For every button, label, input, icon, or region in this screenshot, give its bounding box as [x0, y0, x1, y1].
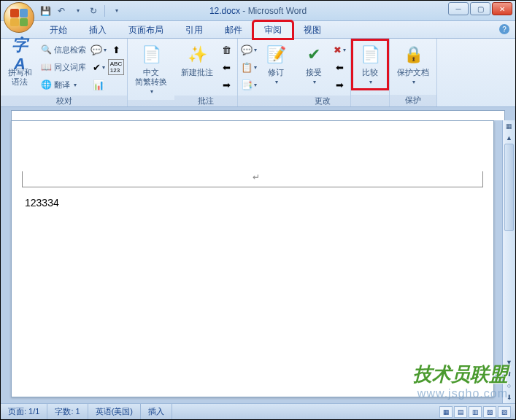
- browse-object-icon[interactable]: ○: [503, 380, 515, 392]
- close-button[interactable]: ✕: [492, 2, 512, 15]
- reject-icon[interactable]: ✖: [331, 42, 347, 58]
- status-mode[interactable]: 插入: [141, 404, 172, 419]
- app-name: Microsoft Word: [248, 6, 307, 16]
- research-icon: 🔍: [40, 44, 52, 55]
- statusbar: 页面: 1/1 字数: 1 英语(美国) 插入 ▦ ▤ ▥ ▧ ▨: [1, 403, 515, 419]
- group-protect-label: 保护: [390, 95, 436, 106]
- tab-mail[interactable]: 邮件: [214, 21, 253, 39]
- next-page-icon[interactable]: ⬇: [503, 392, 515, 403]
- track-icon: 📝: [264, 43, 288, 66]
- tab-view[interactable]: 视图: [293, 21, 332, 39]
- tab-layout[interactable]: 页面布局: [118, 21, 174, 39]
- translate-button[interactable]: 🌐翻译: [37, 77, 89, 93]
- thesaurus-button[interactable]: 📖同义词库: [37, 59, 89, 75]
- protect-button[interactable]: 🔒 保护文档: [393, 42, 434, 88]
- group-protect: 🔒 保护文档 保护: [390, 39, 437, 106]
- cn-convert-button[interactable]: 📄 中文 简繁转换: [131, 42, 172, 97]
- window-title: 12.docx - Microsoft Word: [209, 6, 307, 16]
- next-change-icon[interactable]: ➡: [331, 77, 347, 93]
- group-changes-label: 更改: [295, 96, 350, 106]
- tab-references[interactable]: 引用: [174, 21, 214, 39]
- balloons-icon[interactable]: 💬: [241, 42, 257, 58]
- tab-start[interactable]: 开始: [39, 21, 78, 39]
- track-changes-button[interactable]: 📝 修订: [260, 42, 292, 88]
- status-page[interactable]: 页面: 1/1: [1, 404, 47, 419]
- ruler-area: [1, 107, 515, 122]
- update-ime-icon[interactable]: ⬆: [108, 42, 124, 58]
- group-comments: ✨ 新建批注 🗑 ⬅ ➡ 批注: [174, 39, 238, 106]
- ribbon-tabs: 开始 插入 页面布局 引用 邮件 审阅 视图 ?: [1, 21, 515, 39]
- document-area: ↵ 123334 ▦ ▲ ▼ ⬆ ○ ⬇: [1, 120, 515, 403]
- group-compare: 📄 比较: [351, 39, 390, 106]
- reviewing-pane-icon[interactable]: 📑: [241, 77, 257, 93]
- scroll-down-icon[interactable]: ▼: [503, 357, 515, 368]
- new-comment-button[interactable]: ✨ 新建批注: [177, 42, 217, 79]
- markup-icon[interactable]: 📋: [241, 59, 257, 75]
- group-proofing-label: 校对: [1, 96, 127, 106]
- word-count-icon[interactable]: 📊: [91, 77, 107, 93]
- abc-icon[interactable]: ABC123: [108, 59, 124, 75]
- new-comment-icon: ✨: [185, 43, 209, 66]
- draft-view-icon[interactable]: ▨: [498, 406, 511, 418]
- group-changes: ✔ 接受 ✖ ⬅ ➡ 更改: [295, 39, 351, 106]
- thesaurus-icon: 📖: [40, 61, 52, 73]
- delete-comment-icon[interactable]: 🗑: [218, 42, 234, 58]
- scroll-thumb[interactable]: [504, 144, 514, 231]
- compare-icon: 📄: [358, 43, 382, 66]
- redo-icon[interactable]: ↻: [87, 4, 100, 18]
- group-tracking: 💬 📋 📑 📝 修订: [238, 39, 295, 106]
- next-comment-icon[interactable]: ➡: [218, 77, 234, 93]
- group-comments-label: 批注: [174, 96, 237, 106]
- scroll-up-icon[interactable]: ▲: [503, 132, 515, 144]
- tab-insert[interactable]: 插入: [78, 21, 118, 39]
- office-button[interactable]: [4, 2, 34, 33]
- paragraph-mark-icon: ↵: [253, 172, 260, 182]
- fullscreen-view-icon[interactable]: ▤: [454, 406, 467, 418]
- prev-change-icon[interactable]: ⬅: [331, 59, 347, 75]
- tab-review[interactable]: 审阅: [253, 21, 293, 39]
- outline-view-icon[interactable]: ▧: [483, 406, 496, 418]
- language-icon[interactable]: ✔: [91, 59, 107, 75]
- spelling-button[interactable]: 字A 拼写和 语法: [4, 42, 36, 88]
- prev-comment-icon[interactable]: ⬅: [218, 59, 234, 75]
- ruler-toggle-icon[interactable]: ▦: [503, 120, 515, 132]
- print-layout-view-icon[interactable]: ▦: [439, 406, 453, 418]
- spelling-icon: 字A: [8, 43, 31, 66]
- save-icon[interactable]: 💾: [39, 4, 52, 18]
- compare-button[interactable]: 📄 比较: [354, 42, 386, 88]
- doc-filename: 12.docx: [209, 6, 240, 16]
- group-proofing: 字A 拼写和 语法 🔍信息检索 📖同义词库 🌐翻译 💬 ✔ 📊 ⬆ ABC123…: [1, 39, 128, 106]
- accept-icon: ✔: [302, 43, 326, 66]
- prev-page-icon[interactable]: ⬆: [503, 368, 515, 380]
- minimize-button[interactable]: ─: [448, 2, 469, 15]
- status-words[interactable]: 字数: 1: [47, 404, 88, 419]
- group-cn-convert: 📄 中文 简繁转换: [128, 39, 174, 106]
- undo-icon[interactable]: ↶: [55, 4, 68, 18]
- protect-icon: 🔒: [401, 43, 425, 66]
- document-text[interactable]: 123334: [25, 197, 59, 209]
- translation-tip-icon[interactable]: 💬: [91, 42, 107, 58]
- research-button[interactable]: 🔍信息检索: [37, 42, 89, 58]
- quick-access-toolbar: 💾 ↶ ↻: [39, 4, 123, 18]
- margin-guide: [22, 187, 483, 187]
- web-view-icon[interactable]: ▥: [469, 406, 482, 418]
- vertical-scrollbar[interactable]: ▦ ▲ ▼ ⬆ ○ ⬇: [502, 120, 515, 403]
- cn-convert-icon: 📄: [139, 43, 163, 66]
- undo-dropdown[interactable]: [71, 4, 84, 18]
- translate-icon: 🌐: [40, 79, 52, 90]
- office-logo-icon: [10, 9, 28, 26]
- accept-button[interactable]: ✔ 接受: [298, 42, 330, 88]
- page[interactable]: ↵ 123334: [11, 120, 494, 397]
- qat-customize[interactable]: [109, 4, 123, 18]
- status-language[interactable]: 英语(美国): [88, 404, 141, 419]
- help-icon[interactable]: ?: [499, 24, 509, 34]
- ribbon: 字A 拼写和 语法 🔍信息检索 📖同义词库 🌐翻译 💬 ✔ 📊 ⬆ ABC123…: [1, 39, 515, 107]
- maximize-button[interactable]: ▢: [470, 2, 490, 15]
- titlebar: 💾 ↶ ↻ 12.docx - Microsoft Word ─ ▢ ✕: [1, 1, 515, 21]
